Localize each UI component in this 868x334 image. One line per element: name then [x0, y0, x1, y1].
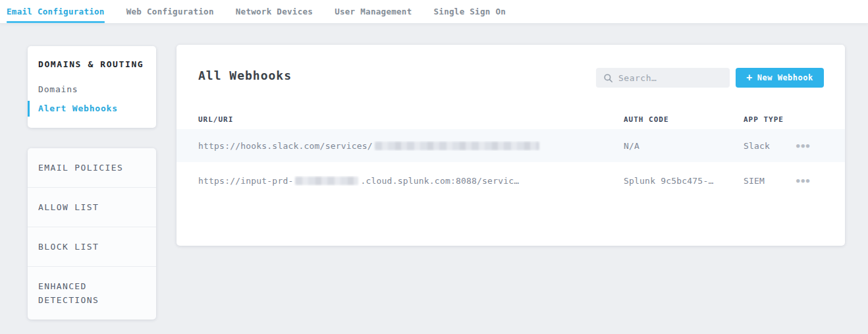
column-header-app-type: APP TYPE	[744, 115, 795, 124]
webhook-url: https://hooks.slack.com/services/	[198, 141, 624, 151]
tab-network-devices[interactable]: Network Devices	[236, 0, 313, 23]
top-nav: Email Configuration Web Configuration Ne…	[0, 0, 868, 23]
search-icon	[604, 74, 612, 82]
webhooks-panel: All Webhooks + New Webhook URL/URI AUTH …	[176, 45, 845, 246]
tab-user-management[interactable]: User Management	[335, 0, 412, 23]
sidebar-item-enhanced-detections[interactable]: ENHANCED DETECTIONS	[28, 266, 156, 320]
plus-icon: +	[746, 73, 753, 83]
column-header-url: URL/URI	[198, 115, 624, 124]
sidebar-item-label: Domains	[38, 84, 78, 94]
redacted-url-segment	[375, 142, 539, 150]
sidebar-item-alert-webhooks[interactable]: Alert Webhooks	[38, 99, 156, 118]
webhook-app-type: Slack	[744, 141, 795, 151]
tab-label: Email Configuration	[7, 7, 105, 16]
redacted-url-segment	[295, 177, 358, 185]
table-row: https://hooks.slack.com/services/ N/A Sl…	[176, 129, 845, 162]
tab-email-configuration[interactable]: Email Configuration	[7, 0, 105, 23]
sidebar-item-domains[interactable]: Domains	[38, 80, 156, 99]
new-webhook-button[interactable]: + New Webhook	[736, 68, 824, 88]
sidebar-section-group: EMAIL POLICIES ALLOW LIST BLOCK LIST ENH…	[28, 148, 156, 320]
tab-label: Network Devices	[236, 7, 313, 16]
active-item-indicator	[28, 101, 30, 117]
search-input[interactable]	[618, 73, 723, 83]
tab-label: Web Configuration	[126, 7, 214, 16]
sidebar-item-label: Alert Webhooks	[38, 103, 118, 113]
tab-web-configuration[interactable]: Web Configuration	[126, 0, 214, 23]
tab-single-sign-on[interactable]: Single Sign On	[434, 0, 506, 23]
new-webhook-label: New Webhook	[757, 73, 813, 82]
table-row: https://input-prd- .cloud.splunk.com:808…	[176, 162, 845, 199]
webhook-auth-code: Splunk 9c5bc475-…	[624, 176, 744, 186]
table-header: URL/URI AUTH CODE APP TYPE	[176, 109, 845, 129]
webhook-app-type: SIEM	[744, 176, 795, 186]
active-tab-underline	[7, 21, 105, 23]
sidebar-item-block-list[interactable]: BLOCK LIST	[28, 227, 156, 266]
webhook-auth-code: N/A	[624, 141, 744, 151]
domains-routing-title: DOMAINS & ROUTING	[38, 59, 156, 69]
domains-routing-card: DOMAINS & ROUTING Domains Alert Webhooks	[28, 46, 156, 128]
column-header-auth-code: AUTH CODE	[624, 115, 744, 124]
sidebar-item-allow-list[interactable]: ALLOW LIST	[28, 187, 156, 227]
row-actions-menu-icon[interactable]: ●●●	[795, 140, 812, 152]
tab-label: Single Sign On	[434, 7, 506, 16]
page-title: All Webhooks	[198, 69, 292, 82]
webhook-url: https://input-prd- .cloud.splunk.com:808…	[198, 176, 624, 186]
search-box[interactable]	[596, 68, 730, 88]
row-actions-menu-icon[interactable]: ●●●	[795, 175, 812, 186]
tab-label: User Management	[335, 7, 412, 16]
sidebar-item-email-policies[interactable]: EMAIL POLICIES	[28, 148, 156, 187]
